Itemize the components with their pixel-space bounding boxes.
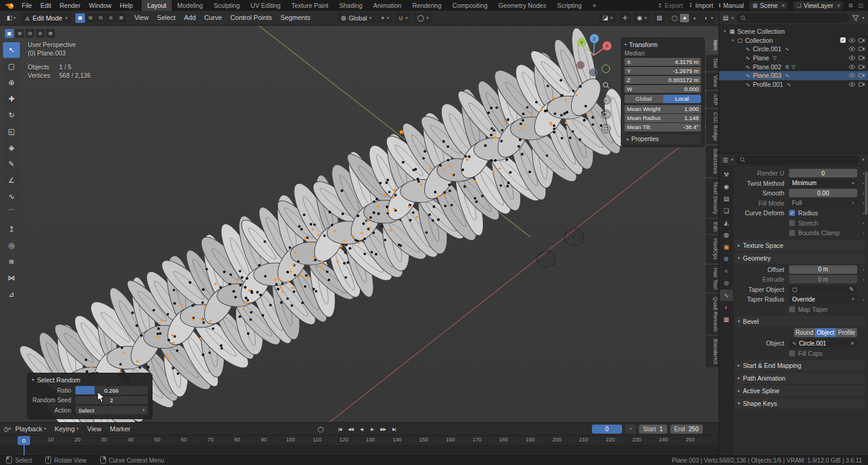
show-gizmo-toggle[interactable]: ✛ bbox=[618, 13, 631, 24]
properties-section-header[interactable]: ▸Properties bbox=[624, 134, 701, 144]
outliner-item-plane[interactable]: ∿Plane▽ bbox=[719, 54, 868, 63]
shading-solid-button[interactable]: ● bbox=[680, 14, 689, 22]
taper-object-field[interactable]: ▢✎ bbox=[789, 285, 857, 294]
tool-shear[interactable]: ⋈ bbox=[3, 270, 20, 286]
outliner-item-plane-002[interactable]: ∿Plane.002⚙▽ bbox=[719, 62, 868, 71]
menu-control-points[interactable]: Control Points bbox=[226, 11, 276, 25]
slider-mean-radius[interactable]: Mean Radius1.148 bbox=[624, 114, 701, 122]
fill-caps-checkbox[interactable] bbox=[789, 350, 795, 356]
animate-dot-icon[interactable]: • bbox=[863, 220, 864, 226]
sidebar-tab-substance[interactable]: Substance bbox=[706, 145, 719, 177]
tool-measure[interactable]: ∠ bbox=[3, 172, 20, 188]
tool-tweak-select[interactable]: ↖ bbox=[3, 42, 20, 58]
section-texture-space[interactable]: ▸Texture Space bbox=[735, 240, 865, 251]
workspace-tab-compositing[interactable]: Compositing bbox=[447, 0, 492, 11]
properties-scrollbar[interactable] bbox=[865, 171, 867, 215]
tool-to-sphere[interactable]: ⊿ bbox=[3, 286, 20, 302]
workspace-tab-shading[interactable]: Shading bbox=[334, 0, 368, 11]
tool-move[interactable]: ✚ bbox=[3, 91, 20, 107]
outliner-item-collection[interactable]: ▾▢Collection✓ bbox=[719, 36, 868, 45]
offset-field[interactable]: 0 m bbox=[789, 265, 857, 274]
median-z-field[interactable]: Z0.003172 m bbox=[624, 76, 701, 84]
smooth-field[interactable]: 0.00 bbox=[789, 189, 857, 197]
timeline-menu-marker[interactable]: Marker bbox=[105, 425, 134, 432]
current-frame-field[interactable]: 0 bbox=[592, 425, 622, 434]
select-subtract-icon[interactable]: ⊟ bbox=[96, 13, 105, 23]
workspace-add-button[interactable]: + bbox=[587, 0, 602, 11]
perspective-ortho-icon[interactable] bbox=[601, 124, 611, 134]
tool-option-select-new[interactable]: ▣ bbox=[5, 29, 14, 38]
render-u-field[interactable]: 0 bbox=[789, 169, 857, 177]
sidebar-tab-texel-density[interactable]: Texel Density bbox=[706, 179, 719, 217]
gizmo-y-negative[interactable] bbox=[602, 65, 610, 73]
import-button[interactable]: ↧Import bbox=[688, 2, 713, 9]
select-new-icon[interactable]: ▣ bbox=[75, 13, 85, 23]
menu-window[interactable]: Window bbox=[84, 0, 115, 11]
zoom-icon[interactable] bbox=[601, 80, 611, 90]
properties-tab-material[interactable]: ◐ bbox=[720, 302, 733, 313]
snapping-dropdown[interactable]: ∪▾ bbox=[395, 13, 411, 24]
workspace-tab-layout[interactable]: Layout bbox=[142, 0, 172, 11]
sidebar-tab-view[interactable]: View bbox=[706, 72, 719, 90]
timeline-menu-keying[interactable]: Keying▾ bbox=[50, 425, 83, 432]
properties-tab-output[interactable]: ▤ bbox=[720, 193, 733, 204]
properties-tab-physics[interactable]: ≈ bbox=[720, 265, 733, 277]
section-shape-keys[interactable]: ▾Shape Keys bbox=[735, 398, 865, 409]
play-reverse-button[interactable]: ◀ bbox=[356, 425, 366, 434]
workspace-layout-icon[interactable]: ◫ bbox=[858, 2, 863, 8]
xray-toggle[interactable]: ▨ bbox=[653, 13, 665, 24]
outliner-item-profile-001[interactable]: ∿Profile.001∿ bbox=[719, 80, 868, 89]
timeline-menu-view[interactable]: View bbox=[83, 425, 106, 432]
shading-material-button[interactable]: ◐ bbox=[690, 14, 699, 22]
space-tab-local[interactable]: Local bbox=[663, 95, 702, 103]
pivot-point-dropdown[interactable]: ⌖▾ bbox=[377, 13, 392, 24]
action-dropdown[interactable]: Select▾ bbox=[75, 406, 148, 414]
workspace-tab-modeling[interactable]: Modeling bbox=[172, 0, 209, 11]
sidebar-tab-csc-bridge[interactable]: CSC Bridge bbox=[706, 109, 719, 144]
pan-hand-icon[interactable] bbox=[601, 95, 611, 105]
jump-to-end-button[interactable]: ▶| bbox=[389, 425, 399, 434]
bounds-clamp-checkbox[interactable] bbox=[789, 230, 795, 236]
next-keyframe-button[interactable]: ▶▶ bbox=[378, 425, 388, 434]
hide-in-viewport-eye-icon[interactable] bbox=[849, 73, 855, 78]
gizmo-x-negative[interactable] bbox=[577, 62, 585, 69]
random-seed-field[interactable]: 2 bbox=[75, 396, 148, 405]
animate-dot-icon[interactable]: • bbox=[863, 191, 864, 196]
unlink-scene-icon[interactable]: × bbox=[781, 2, 785, 9]
workspace-tab-scripting[interactable]: Scripting bbox=[552, 0, 587, 11]
sidebar-tab-blenderkit[interactable]: BlenderKit bbox=[706, 336, 719, 367]
menu-file[interactable]: File bbox=[17, 0, 36, 11]
tool-annotate[interactable]: ✎ bbox=[3, 156, 20, 172]
properties-editor-icon[interactable]: ☰ bbox=[723, 157, 728, 163]
radius-checkbox[interactable]: ✓ bbox=[789, 210, 795, 216]
disclosure-triangle-icon[interactable]: ▾ bbox=[722, 29, 728, 34]
timeline-menu-playback[interactable]: Playback▾ bbox=[11, 425, 50, 432]
hide-in-viewport-eye-icon[interactable] bbox=[849, 65, 855, 69]
hide-in-viewport-eye-icon[interactable] bbox=[849, 55, 855, 60]
slider-mean-tilt[interactable]: Mean Tilt-38.4° bbox=[624, 123, 701, 131]
ratio-slider[interactable]: 0.266 bbox=[75, 386, 148, 394]
map-taper-checkbox[interactable] bbox=[789, 306, 795, 312]
navigation-gizmo[interactable]: Y Z X bbox=[571, 32, 616, 77]
tool-option-select-extend[interactable]: ⊞ bbox=[15, 29, 24, 38]
tool-extrude[interactable]: ↥ bbox=[3, 221, 20, 237]
animate-dot-icon[interactable]: • bbox=[863, 171, 864, 176]
clear-object-icon[interactable]: × bbox=[851, 340, 854, 347]
properties-tab-constraints[interactable]: ⊝ bbox=[720, 277, 733, 289]
frame-start-field[interactable]: Start1 bbox=[639, 425, 667, 434]
extrude-field[interactable]: 0 m bbox=[789, 275, 857, 283]
menu-view[interactable]: View bbox=[130, 11, 153, 25]
section-path-animation[interactable]: ▸Path Animation bbox=[735, 373, 865, 384]
section-start-end-mapping[interactable]: ▸Start & End Mapping bbox=[735, 360, 865, 371]
collection-checkbox[interactable]: ✓ bbox=[840, 37, 846, 43]
properties-tab-tool[interactable]: ⚒ bbox=[720, 169, 733, 180]
disable-in-render-camera-icon[interactable] bbox=[858, 65, 865, 69]
sidebar-tab-hardops[interactable]: HardOps bbox=[706, 235, 719, 263]
object-visibility-dropdown[interactable]: ◪▾ bbox=[599, 13, 616, 24]
fill-mode-dropdown[interactable]: Full▾ bbox=[789, 199, 857, 207]
select-invert-icon[interactable]: ⊘ bbox=[106, 13, 116, 23]
properties-tab-render[interactable]: ◉ bbox=[720, 181, 733, 192]
orientation-dropdown[interactable]: ◍Global▾ bbox=[338, 13, 376, 24]
preview-range-icon[interactable]: ◔ bbox=[625, 425, 636, 434]
space-tab-global[interactable]: Global bbox=[624, 95, 663, 103]
